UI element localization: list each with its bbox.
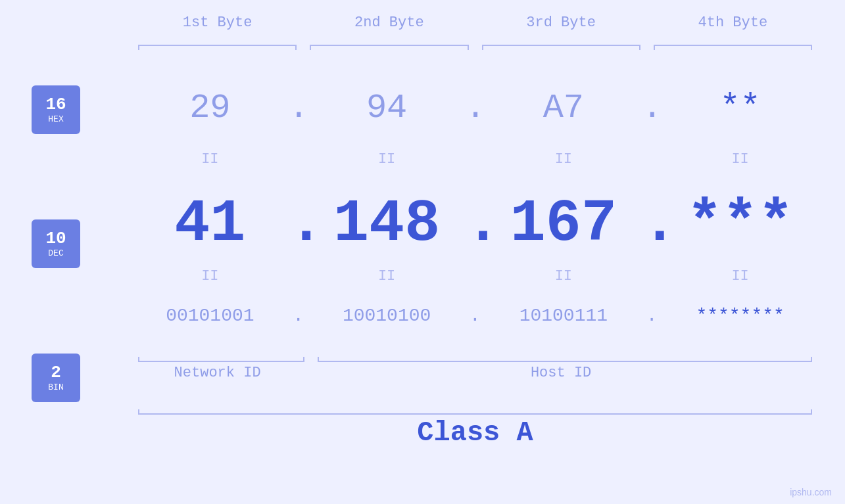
hex-val-3: A7 [485,89,642,127]
bin-badge-label: BIN [48,382,63,392]
labels-row: Network ID Host ID [132,365,819,381]
dec-badge: 10 DEC [32,219,80,268]
eq1-3: II [485,151,642,168]
col-header-4: 4th Byte [647,14,819,31]
dec-val-1: 41 [132,191,289,258]
dec-val-3: 167 [485,191,642,258]
network-id-label: Network ID [132,365,303,381]
bottom-bracket-area [132,357,819,362]
bin-val-2: 10010100 [308,306,466,326]
dec-dot-2: . [466,191,485,258]
host-bracket [318,357,812,362]
eq2-4: II [662,268,819,285]
bin-dot-3: . [642,306,662,326]
eq2-2: II [308,268,466,285]
bracket-1 [138,45,297,50]
class-label: Class A [132,417,819,449]
hex-val-1: 29 [132,89,289,127]
bracket-3 [482,45,640,50]
main-container: 16 HEX 10 DEC 2 BIN 1st Byte 2nd Byte 3r… [0,0,845,504]
dec-badge-num: 10 [45,230,66,247]
network-bracket [138,357,304,362]
dec-row: 41 . 148 . 167 . *** [132,191,819,258]
eq1-2: II [308,151,466,168]
hex-val-2: 94 [308,89,466,127]
dec-dot-1: . [289,191,308,258]
col-header-1: 1st Byte [132,14,303,31]
eq1-4: II [662,151,819,168]
bin-row: 00101001 . 10010100 . 10100111 . [132,306,819,326]
bin-dot-2: . [466,306,485,326]
hex-dot-1: . [289,89,308,127]
watermark: ipshu.com [790,487,832,497]
equals-row-2: II II II II [132,268,819,285]
dec-val-2: 148 [308,191,466,258]
headers-row: 1st Byte 2nd Byte 3rd Byte 4th Byte [132,14,819,31]
dec-badge-label: DEC [48,248,63,258]
col-header-2: 2nd Byte [303,14,475,31]
bin-val-1: 00101001 [132,306,289,326]
dec-val-4: *** [662,191,819,258]
top-brackets [132,45,819,50]
grid-area: 1st Byte 2nd Byte 3rd Byte 4th Byte 29 . [132,0,819,504]
dec-dot-3: . [642,191,662,258]
hex-badge-label: HEX [48,114,63,124]
bin-badge-num: 2 [51,364,61,381]
eq2-3: II [485,268,642,285]
bin-badge: 2 BIN [32,354,80,402]
hex-badge: 16 HEX [32,85,80,134]
badge-column: 16 HEX 10 DEC 2 BIN [32,85,80,402]
bin-val-3: 10100111 [485,306,642,326]
big-bottom-bracket [138,409,812,415]
hex-row: 29 . 94 . A7 . ** [132,89,819,127]
host-id-label: Host ID [303,365,819,381]
hex-badge-num: 16 [45,96,66,113]
bracket-2 [310,45,468,50]
hex-val-4: ** [662,89,819,127]
col-header-3: 3rd Byte [475,14,647,31]
bin-val-4: ******** [662,306,819,326]
hex-dot-3: . [642,89,662,127]
eq1-1: II [132,151,289,168]
hex-dot-2: . [466,89,485,127]
bracket-4 [654,45,812,50]
bin-dot-1: . [289,306,308,326]
bottom-brackets [132,357,819,362]
equals-row-1: II II II II [132,151,819,168]
eq2-1: II [132,268,289,285]
